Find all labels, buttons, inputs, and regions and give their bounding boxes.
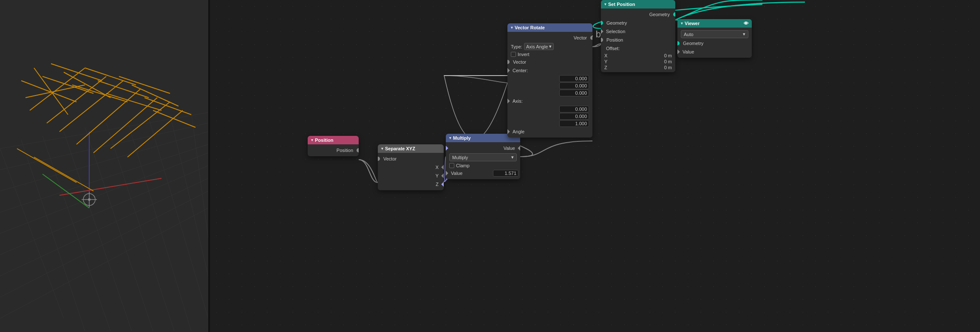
vector-rotate-axis-z (511, 120, 589, 127)
viewer-geometry-row: Geometry (677, 39, 752, 48)
multiply-collapse-icon[interactable]: ▾ (449, 136, 451, 140)
multiply-dropdown[interactable]: Multiply ▾ (449, 153, 517, 161)
vector-rotate-body: Vector Type: Axis Angle ▾ Invert Vector (507, 32, 592, 138)
svg-line-1 (0, 191, 208, 297)
vector-rotate-collapse-icon[interactable]: ▾ (511, 25, 513, 30)
viewer-auto-row: Auto ▾ (681, 30, 748, 38)
position-collapse-icon[interactable]: ▾ (311, 138, 313, 142)
separate-xyz-y-label: Y (432, 173, 442, 178)
viewport-grid (0, 0, 208, 332)
vector-rotate-invert-row: Invert (507, 51, 592, 58)
multiply-value-input[interactable] (493, 170, 518, 177)
set-position-offset-x-row: X 0 m (601, 53, 675, 59)
vector-rotate-type-select[interactable]: Axis Angle ▾ (524, 43, 554, 50)
set-position-offset-label: Offset: (601, 46, 623, 51)
vector-rotate-center-x-input[interactable] (559, 75, 589, 82)
node-set-position: ▾ Set Position Geometry Geometry Selecti… (601, 0, 675, 72)
separate-xyz-z-row: Z (378, 180, 444, 189)
position-node-header: ▾ Position (308, 136, 359, 144)
vector-rotate-center-x (511, 75, 589, 82)
set-position-body: Geometry Geometry Selection Position Off… (601, 8, 675, 72)
svg-line-3 (0, 166, 208, 255)
multiply-dropdown-row[interactable]: Multiply ▾ (449, 153, 517, 161)
separate-xyz-y-row: Y (378, 172, 444, 180)
vector-rotate-title: Vector Rotate (515, 25, 545, 30)
svg-line-15 (127, 121, 191, 331)
vector-rotate-type-row: Type: Axis Angle ▾ (507, 42, 592, 51)
svg-line-35 (153, 110, 195, 127)
vector-rotate-center-z (511, 90, 589, 96)
viewer-eye-icon[interactable]: 👁 (744, 21, 748, 26)
vector-rotate-angle-label: Angle (509, 129, 528, 134)
vector-rotate-axis-x-input[interactable] (559, 106, 589, 113)
set-position-selection-row: Selection (601, 27, 675, 36)
vector-rotate-center-z-input[interactable] (559, 90, 589, 96)
position-output-label: Position (333, 148, 357, 153)
set-position-position-row: Position (601, 36, 675, 44)
svg-line-31 (106, 93, 161, 110)
vector-rotate-invert-checkbox[interactable] (511, 52, 516, 57)
svg-point-48 (88, 198, 91, 201)
multiply-value-in-label: Value (500, 146, 518, 151)
svg-line-5 (0, 144, 208, 212)
svg-line-2 (0, 208, 208, 318)
vector-rotate-type-label: Type: (511, 44, 522, 49)
svg-line-41 (110, 102, 170, 149)
set-position-offset-y-row: Y 0 m (601, 59, 675, 65)
vector-rotate-axis-header-row: Axis: (507, 97, 592, 105)
multiply-body: Value Multiply ▾ Clamp Value (446, 142, 520, 179)
set-position-offset-y-value: 0 m (664, 59, 672, 64)
svg-line-22 (21, 81, 76, 102)
viewer-value-label: Value (679, 49, 697, 54)
vector-rotate-header: ▾ Vector Rotate (507, 23, 592, 32)
svg-line-6 (0, 132, 208, 191)
viewer-collapse-icon[interactable]: ▾ (681, 21, 683, 25)
set-position-collapse-icon[interactable]: ▾ (604, 2, 606, 6)
vector-rotate-axis-x (511, 106, 589, 113)
set-position-offset-z-label: Z (604, 65, 613, 70)
multiply-title: Multiply (453, 135, 471, 141)
viewer-auto-select[interactable]: Auto ▾ (681, 30, 748, 38)
vector-rotate-type-value: Axis Angle (526, 44, 548, 49)
vector-rotate-axis-y-input[interactable] (559, 113, 589, 120)
svg-line-7 (0, 123, 208, 170)
set-position-geometry-in-label: Geometry (603, 20, 630, 25)
viewer-value-row: Value (677, 48, 752, 56)
svg-line-25 (42, 76, 93, 93)
node-vector-rotate: ▾ Vector Rotate Vector Type: Axis Angle … (507, 23, 592, 138)
set-position-offset-y-label: Y (604, 59, 613, 64)
svg-line-12 (64, 132, 132, 331)
separate-xyz-collapse-icon[interactable]: ▾ (381, 146, 383, 151)
set-position-position-label: Position (603, 37, 626, 42)
vector-rotate-center-y-input[interactable] (559, 82, 589, 89)
position-node-title: Position (315, 138, 333, 143)
vector-rotate-center-label: Center: (509, 68, 531, 73)
svg-line-39 (76, 89, 140, 144)
vector-rotate-vector-out-row: Vector (507, 34, 592, 42)
set-position-offset-z-value: 0 m (664, 65, 672, 70)
vector-rotate-axis-y (511, 113, 589, 120)
3d-viewport[interactable] (0, 0, 208, 332)
svg-line-40 (93, 98, 157, 153)
position-output-row: Position (308, 146, 359, 155)
separate-xyz-vector-row: Vector (378, 155, 444, 163)
node-editor[interactable]: twist the strands by a quarter turn ▾ Po… (210, 0, 980, 332)
separate-xyz-z-label: Z (432, 182, 442, 187)
node-viewer: ▾ Viewer 👁 Auto ▾ Geometry Value (677, 19, 752, 58)
viewer-auto-arrow: ▾ (743, 31, 745, 37)
set-position-offset-x-label: X (604, 53, 613, 58)
set-position-selection-label: Selection (603, 29, 629, 34)
set-position-geometry-in-row: Geometry (601, 19, 675, 27)
multiply-value-in-row: Value (446, 144, 520, 152)
node-separate-xyz: ▾ Separate XYZ Vector X Y Z (378, 144, 444, 190)
viewer-auto-label: Auto (684, 32, 694, 37)
separate-xyz-x-row: X (378, 163, 444, 172)
multiply-clamp-checkbox[interactable] (449, 163, 454, 168)
multiply-dropdown-label: Multiply (452, 155, 468, 160)
position-node-body: Position (308, 144, 359, 156)
multiply-clamp-row: Clamp (446, 162, 520, 169)
vector-rotate-axis-z-input[interactable] (559, 120, 589, 127)
node-position: ▾ Position Position (308, 136, 359, 156)
vector-rotate-invert-label: Invert (518, 52, 530, 57)
vector-rotate-axis-values (507, 105, 592, 127)
